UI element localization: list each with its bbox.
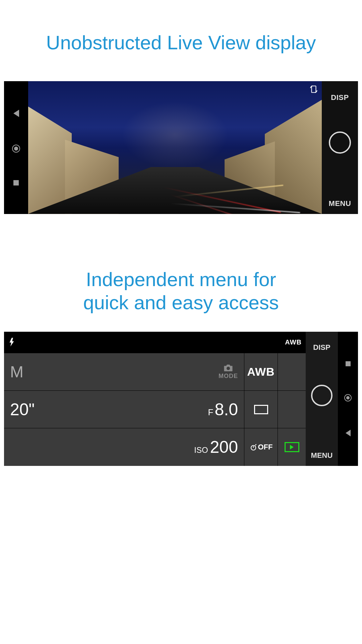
settings-grid: M MODE AWB 20" F xyxy=(4,353,306,466)
exposure-cell[interactable]: 20" F 8.0 xyxy=(4,391,244,428)
camera-mode-icon xyxy=(219,364,238,372)
menu-button[interactable]: MENU xyxy=(311,451,333,460)
awb-status-label: AWB xyxy=(285,338,302,346)
menu-button[interactable]: MENU xyxy=(329,199,351,208)
empty-cell xyxy=(278,353,306,390)
self-timer-off-icon: OFF xyxy=(249,443,273,451)
heading-menu: Independent menu for quick and easy acce… xyxy=(0,268,362,314)
drive-mode-cell[interactable] xyxy=(244,391,278,428)
live-view-viewfinder[interactable] xyxy=(28,81,322,214)
screenshot-menu: AWB M MODE AWB xyxy=(4,332,358,466)
rotate-screen-icon[interactable] xyxy=(308,84,319,95)
mode-label: MODE xyxy=(219,373,238,380)
android-nav-bar xyxy=(338,332,358,466)
mode-value: M xyxy=(10,363,23,381)
screenshot-live-view: DISP MENU xyxy=(4,81,358,214)
camera-side-panel: DISP MENU xyxy=(306,332,338,466)
flash-icon[interactable] xyxy=(9,338,15,348)
shutter-button[interactable] xyxy=(329,131,351,154)
nav-back-icon[interactable] xyxy=(13,110,19,117)
disp-button[interactable]: DISP xyxy=(313,343,330,352)
disp-button[interactable]: DISP xyxy=(331,93,349,102)
nav-recent-icon[interactable] xyxy=(346,361,351,366)
mode-cell[interactable]: M MODE xyxy=(4,353,244,390)
camera-menu-main: AWB M MODE AWB xyxy=(4,332,306,466)
aperture-value: F 8.0 xyxy=(208,400,238,419)
empty-cell xyxy=(278,391,306,428)
svg-rect-0 xyxy=(312,86,316,93)
awb-value: AWB xyxy=(247,365,275,378)
heading-live-view: Unobstructed Live View display xyxy=(0,31,362,54)
awb-cell[interactable]: AWB xyxy=(244,353,278,390)
nav-home-icon[interactable] xyxy=(12,145,20,153)
playback-icon xyxy=(285,442,299,452)
self-timer-cell[interactable]: OFF xyxy=(244,428,278,466)
camera-status-bar: AWB xyxy=(4,332,306,353)
nav-home-icon[interactable] xyxy=(344,394,352,401)
shutter-speed-value: 20" xyxy=(10,400,35,419)
iso-cell[interactable]: ISO 200 xyxy=(4,428,244,466)
nav-back-icon[interactable] xyxy=(346,430,351,436)
iso-value: ISO 200 xyxy=(194,437,238,457)
nav-recent-icon[interactable] xyxy=(13,180,19,185)
camera-side-panel: DISP MENU xyxy=(322,81,358,214)
playback-cell[interactable] xyxy=(278,428,306,466)
android-nav-bar xyxy=(4,81,28,214)
shutter-button[interactable] xyxy=(311,385,333,406)
single-shot-icon xyxy=(254,405,268,414)
